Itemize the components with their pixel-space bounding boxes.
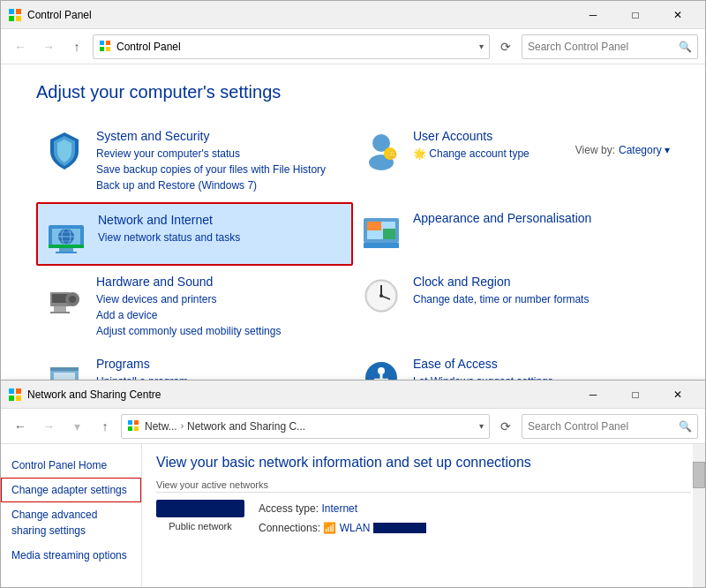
svg-point-30 [69, 296, 76, 303]
svg-rect-31 [54, 306, 66, 312]
cat-title-network-internet[interactable]: Network and Internet [98, 213, 240, 227]
svg-point-43 [378, 367, 385, 374]
access-type-value[interactable]: Internet [321, 502, 357, 515]
maximize-button-nsc[interactable]: □ [615, 381, 656, 408]
cat-content-appearance: Appearance and Personalisation [413, 211, 591, 228]
address-bar-nsc: ← → ▾ ↑ Netw... › Network and Sharing C.… [1, 409, 705, 444]
connections-row: Connections: 📶 WLAN [259, 519, 426, 539]
cat-link-cr-1[interactable]: Change date, time or number formats [413, 291, 589, 307]
category-appearance[interactable]: Appearance and Personalisation [353, 202, 670, 266]
icon-user-accounts: 🪙 [360, 129, 402, 171]
nsc-section-label: View your active networks [156, 479, 691, 493]
cat-link-ua-1[interactable]: 🌟 Change account type [413, 146, 530, 162]
svg-rect-1 [16, 9, 21, 14]
svg-rect-2 [9, 16, 14, 21]
view-by-cp: View by: Category ▾ [575, 144, 670, 156]
address-box-nsc[interactable]: Netw... › Network and Sharing C... ▾ [121, 414, 490, 439]
sidebar-item-home[interactable]: Control Panel Home [1, 453, 141, 478]
nsc-network-right: Access type: Internet Connections: 📶 WLA… [259, 500, 426, 538]
category-system-security[interactable]: System and Security Review your computer… [36, 120, 353, 202]
title-bar-nsc: Network and Sharing Centre ─ □ ✕ [1, 381, 705, 409]
connections-icon: 📶 [323, 522, 336, 534]
search-box-nsc[interactable]: 🔍 [522, 414, 698, 439]
cat-title-user-accounts[interactable]: User Accounts [413, 129, 530, 143]
svg-rect-49 [16, 388, 21, 394]
title-bar-controls-cp: ─ □ ✕ [573, 2, 698, 28]
svg-rect-5 [106, 41, 110, 45]
address-chevron-nsc: ▾ [479, 421, 484, 431]
cat-link-ss-2[interactable]: Save backup copies of your files with Fi… [96, 162, 326, 177]
title-bar-text-cp: Control Panel [27, 9, 573, 21]
icon-system-security [43, 129, 86, 171]
search-box-cp[interactable]: 🔍 [522, 34, 698, 59]
forward-button-cp[interactable]: → [36, 34, 61, 59]
forward-button-nsc[interactable]: → [36, 414, 61, 439]
cat-link-ni-1[interactable]: View network status and tasks [98, 230, 240, 245]
network-sharing-window: Network and Sharing Centre ─ □ ✕ ← → ▾ ↑… [0, 380, 706, 588]
category-clock-region[interactable]: Clock and Region Change date, time or nu… [353, 266, 670, 348]
scrollbar-track[interactable] [693, 444, 705, 587]
icon-clock-region [360, 275, 402, 317]
nsc-address-icon [127, 419, 141, 433]
svg-rect-7 [106, 47, 110, 51]
refresh-button-cp[interactable]: ⟳ [493, 34, 518, 59]
scrollbar-thumb[interactable] [693, 462, 705, 488]
cat-link-hs-2[interactable]: Add a device [96, 307, 281, 323]
cat-title-ease-access[interactable]: Ease of Access [413, 357, 553, 371]
refresh-button-nsc[interactable]: ⟳ [493, 414, 518, 439]
network-name-bar [156, 500, 244, 517]
cat-link-hs-1[interactable]: View devices and printers [96, 291, 281, 307]
search-icon-nsc: 🔍 [679, 420, 692, 433]
icon-appearance [360, 211, 402, 253]
search-input-nsc[interactable] [528, 420, 679, 433]
close-button-nsc[interactable]: ✕ [657, 381, 698, 408]
search-input-cp[interactable] [528, 41, 679, 53]
sidebar-item-advanced-sharing[interactable]: Change advanced sharing settings [1, 502, 141, 543]
svg-rect-52 [128, 420, 132, 425]
svg-rect-55 [134, 426, 139, 431]
recent-btn-nsc[interactable]: ▾ [64, 414, 89, 439]
nsc-main-content: View your basic network information and … [142, 444, 705, 587]
cat-link-ss-3[interactable]: Back up and Restore (Windows 7) [96, 177, 326, 193]
svg-rect-48 [9, 388, 14, 394]
nsc-title-icon [8, 388, 22, 402]
view-by-value[interactable]: Category ▾ [619, 144, 670, 156]
connections-label: Connections: [259, 522, 320, 534]
page-title-cp: Adjust your computer's settings [36, 82, 670, 102]
cat-title-programs[interactable]: Programs [96, 357, 188, 371]
svg-rect-53 [134, 420, 139, 425]
close-button-cp[interactable]: ✕ [657, 2, 698, 28]
minimize-button-cp[interactable]: ─ [573, 2, 613, 28]
minimize-button-nsc[interactable]: ─ [573, 381, 613, 408]
address-text-cp: Control Panel [116, 41, 476, 53]
back-button-cp[interactable]: ← [8, 34, 33, 59]
connections-value[interactable]: WLAN [340, 522, 371, 534]
category-network-internet[interactable]: Network and Internet View network status… [36, 202, 353, 266]
maximize-button-cp[interactable]: □ [615, 2, 656, 28]
cat-title-clock-region[interactable]: Clock and Region [413, 275, 589, 289]
svg-rect-6 [100, 47, 104, 51]
svg-rect-54 [128, 426, 132, 431]
sidebar-item-change-adapter[interactable]: Change adapter settings [1, 478, 141, 502]
up-button-cp[interactable]: ↑ [64, 34, 89, 59]
svg-rect-26 [383, 229, 395, 239]
cat-link-ss-1[interactable]: Review your computer's status [96, 146, 326, 162]
address-box-cp[interactable]: Control Panel ▾ [93, 34, 490, 59]
search-icon-cp: 🔍 [679, 41, 692, 53]
svg-rect-14 [59, 248, 73, 252]
back-button-nsc[interactable]: ← [8, 414, 33, 439]
svg-rect-50 [9, 396, 14, 401]
cat-title-system-security[interactable]: System and Security [96, 129, 326, 143]
category-user-accounts[interactable]: 🪙 User Accounts 🌟 Change account type [353, 120, 670, 202]
sidebar-item-media-streaming[interactable]: Media streaming options [1, 543, 141, 568]
category-hardware-sound[interactable]: Hardware and Sound View devices and prin… [36, 266, 353, 348]
access-type-row: Access type: Internet [259, 500, 426, 519]
svg-point-37 [379, 294, 383, 298]
cat-title-hardware-sound[interactable]: Hardware and Sound [96, 275, 281, 289]
control-panel-title-icon [8, 8, 22, 22]
up-button-nsc[interactable]: ↑ [93, 414, 117, 439]
wlan-signal-bar [373, 523, 426, 533]
cat-title-appearance[interactable]: Appearance and Personalisation [413, 211, 591, 225]
cat-link-hs-3[interactable]: Adjust commonly used mobility settings [96, 323, 281, 339]
address-nsc-1: Netw... [145, 420, 177, 433]
